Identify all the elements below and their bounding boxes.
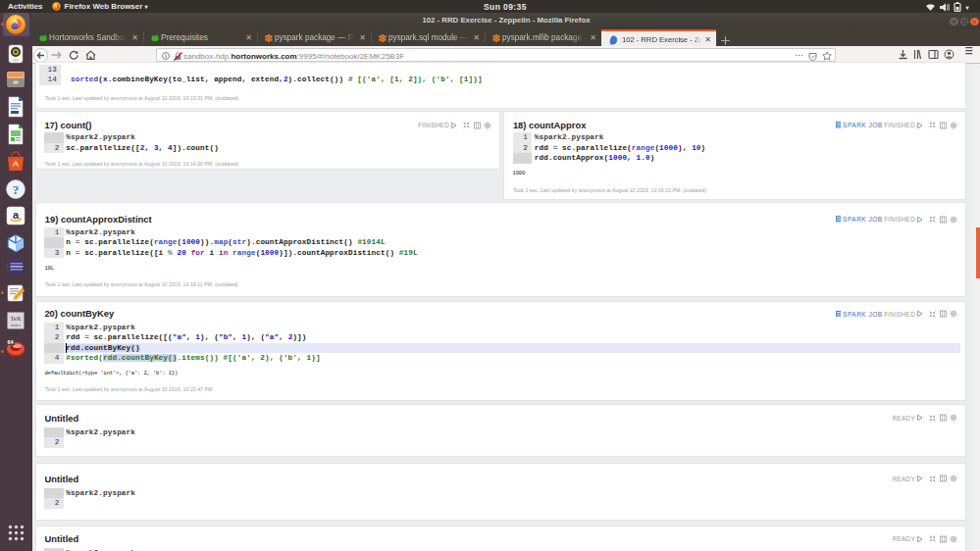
svg-text:64: 64	[7, 338, 14, 344]
svg-text:a: a	[13, 209, 20, 221]
svg-text:A: A	[13, 159, 19, 169]
svg-text:TeX: TeX	[10, 315, 21, 322]
svg-text:maker: maker	[11, 322, 22, 326]
svg-text:?: ?	[13, 181, 20, 196]
